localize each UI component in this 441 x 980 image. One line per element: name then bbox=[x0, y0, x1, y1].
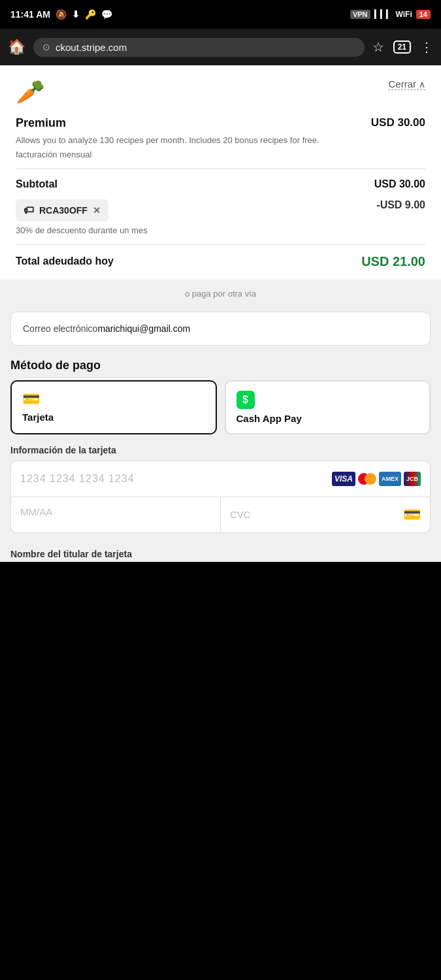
cashapp-label: Cash App Pay bbox=[237, 413, 302, 424]
coupon-row: 🏷 RCA30OFF ✕ -USD 9.00 bbox=[16, 199, 425, 221]
card-label: Tarjeta bbox=[22, 412, 54, 423]
coupon-badge[interactable]: 🏷 RCA30OFF ✕ bbox=[16, 199, 108, 221]
expiry-field[interactable]: MM/AA bbox=[11, 497, 221, 532]
close-label: Cerrar bbox=[388, 78, 416, 90]
signal-icon: ▎▎▎ bbox=[374, 10, 392, 19]
wifi-icon: WiFi bbox=[396, 10, 412, 19]
page-content: 🥕 Cerrar ∧ Premium USD 30.00 Allows you … bbox=[0, 65, 441, 562]
payment-methods: 💳 Tarjeta $ Cash App Pay bbox=[0, 380, 441, 445]
home-icon[interactable]: 🏠 bbox=[8, 39, 25, 56]
coupon-description: 30% de descuento durante un mes bbox=[16, 225, 425, 235]
card-payment-icon: 💳 bbox=[22, 391, 40, 408]
download-icon: ⬇ bbox=[72, 9, 80, 20]
secure-icon: ⊙ bbox=[42, 42, 50, 52]
product-name: Premium bbox=[16, 116, 66, 130]
tag-icon: 🏷 bbox=[24, 204, 34, 216]
bookmark-icon[interactable]: ☆ bbox=[372, 39, 384, 55]
product-price: USD 30.00 bbox=[371, 116, 425, 129]
mastercard-logo bbox=[358, 473, 376, 485]
coupon-discount: -USD 9.00 bbox=[376, 199, 425, 211]
key-icon: 🔑 bbox=[85, 9, 96, 20]
time-display: 11:41 AM bbox=[10, 9, 50, 20]
coupon-code: RCA30OFF bbox=[39, 205, 88, 216]
whatsapp-icon: 💬 bbox=[101, 9, 112, 20]
gray-section: o paga por otra vía Correo electrónico m… bbox=[0, 280, 441, 562]
subtotal-value: USD 30.00 bbox=[374, 178, 425, 190]
product-description: Allows you to analyze 130 recipes per mo… bbox=[16, 134, 425, 147]
card-number-placeholder: 1234 1234 1234 1234 bbox=[20, 473, 135, 485]
battery-indicator: 14 bbox=[416, 10, 431, 19]
close-button[interactable]: Cerrar ∧ bbox=[388, 78, 425, 90]
product-row: Premium USD 30.00 bbox=[16, 116, 425, 130]
billing-cycle: facturación mensual bbox=[16, 150, 425, 159]
browser-actions: ☆ 21 ⋮ bbox=[372, 39, 433, 55]
amex-logo: AMEX bbox=[379, 472, 401, 486]
cvc-card-icon: 💳 bbox=[403, 506, 421, 523]
chevron-up-icon: ∧ bbox=[419, 79, 425, 90]
status-right: VPN ▎▎▎ WiFi 14 bbox=[350, 10, 431, 19]
cvc-field[interactable]: CVC 💳 bbox=[221, 497, 430, 532]
remove-coupon-button[interactable]: ✕ bbox=[93, 205, 101, 216]
url-bar[interactable]: ⊙ ckout.stripe.com bbox=[33, 38, 365, 57]
total-row: Total adeudado hoy USD 21.00 bbox=[16, 254, 425, 269]
cardholder-title: Nombre del titular de tarjeta bbox=[0, 544, 441, 562]
vpn-badge: VPN bbox=[350, 10, 370, 19]
payment-option-cashapp[interactable]: $ Cash App Pay bbox=[225, 380, 431, 434]
order-header: 🥕 Cerrar ∧ bbox=[16, 78, 425, 106]
card-bottom-row: MM/AA CVC 💳 bbox=[10, 497, 431, 533]
jcb-logo: JCB bbox=[404, 472, 421, 486]
mc-circle-yellow bbox=[365, 473, 376, 485]
card-info-section: Información de la tarjeta 1234 1234 1234… bbox=[0, 445, 441, 544]
card-logos: VISA AMEX JCB bbox=[332, 472, 421, 486]
muted-icon: 🔕 bbox=[56, 9, 67, 20]
status-bar: 11:41 AM 🔕 ⬇ 🔑 💬 VPN ▎▎▎ WiFi 14 bbox=[0, 0, 441, 29]
email-label: Correo electrónico bbox=[23, 323, 97, 335]
expiry-placeholder: MM/AA bbox=[20, 506, 52, 517]
total-value: USD 21.00 bbox=[361, 254, 425, 269]
pay-via-text: o paga por otra vía bbox=[0, 280, 441, 305]
cvc-placeholder: CVC bbox=[230, 509, 251, 520]
browser-bar: 🏠 ⊙ ckout.stripe.com ☆ 21 ⋮ bbox=[0, 29, 441, 65]
tab-count[interactable]: 21 bbox=[393, 41, 411, 54]
url-text: ckout.stripe.com bbox=[56, 42, 127, 53]
more-menu-icon[interactable]: ⋮ bbox=[420, 39, 433, 55]
card-number-field[interactable]: 1234 1234 1234 1234 VISA AMEX JCB bbox=[10, 461, 431, 497]
subtotal-label: Subtotal bbox=[16, 178, 57, 190]
order-summary: 🥕 Cerrar ∧ Premium USD 30.00 Allows you … bbox=[0, 65, 441, 280]
payment-section-title: Método de pago bbox=[0, 356, 441, 380]
brand-logo: 🥕 bbox=[16, 78, 45, 106]
email-field-box[interactable]: Correo electrónico marichiqui@gmail.com bbox=[10, 312, 431, 346]
cashapp-icon: $ bbox=[237, 391, 255, 409]
subtotal-row: Subtotal USD 30.00 bbox=[16, 178, 425, 190]
email-value: marichiqui@gmail.com bbox=[97, 323, 190, 334]
divider-1 bbox=[16, 169, 425, 169]
status-left: 11:41 AM 🔕 ⬇ 🔑 💬 bbox=[10, 9, 112, 20]
total-label: Total adeudado hoy bbox=[16, 255, 114, 267]
payment-option-card[interactable]: 💳 Tarjeta bbox=[10, 380, 217, 434]
card-info-title: Información de la tarjeta bbox=[10, 445, 431, 455]
divider-2 bbox=[16, 244, 425, 245]
visa-logo: VISA bbox=[332, 472, 355, 486]
